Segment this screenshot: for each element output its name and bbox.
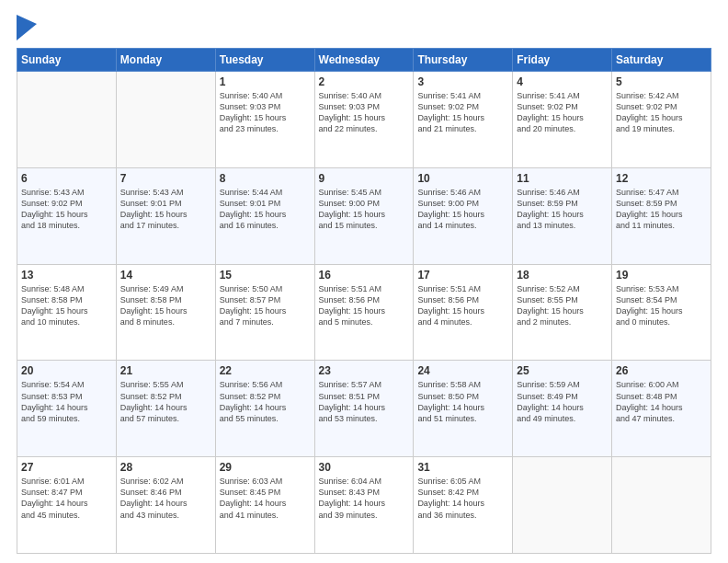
- day-info: Sunrise: 5:41 AM Sunset: 9:02 PM Dayligh…: [417, 90, 508, 135]
- weekday-header: Saturday: [612, 49, 711, 72]
- calendar-cell: 22Sunrise: 5:56 AM Sunset: 8:52 PM Dayli…: [215, 361, 314, 457]
- day-info: Sunrise: 5:56 AM Sunset: 8:52 PM Dayligh…: [220, 379, 311, 424]
- calendar-cell: 6Sunrise: 5:43 AM Sunset: 9:02 PM Daylig…: [17, 167, 117, 264]
- calendar-cell: 28Sunrise: 6:02 AM Sunset: 8:46 PM Dayli…: [116, 457, 215, 554]
- calendar-cell: 7Sunrise: 5:43 AM Sunset: 9:01 PM Daylig…: [116, 167, 215, 264]
- day-info: Sunrise: 6:05 AM Sunset: 8:42 PM Dayligh…: [417, 476, 508, 521]
- day-number: 1: [220, 75, 311, 88]
- weekday-header: Wednesday: [314, 49, 414, 72]
- calendar-cell: 20Sunrise: 5:54 AM Sunset: 8:53 PM Dayli…: [17, 361, 117, 457]
- calendar-cell: 8Sunrise: 5:44 AM Sunset: 9:01 PM Daylig…: [215, 167, 314, 264]
- day-info: Sunrise: 5:46 AM Sunset: 9:00 PM Dayligh…: [417, 187, 508, 232]
- calendar-cell: 31Sunrise: 6:05 AM Sunset: 8:42 PM Dayli…: [414, 457, 513, 554]
- calendar-week-row: 27Sunrise: 6:01 AM Sunset: 8:47 PM Dayli…: [17, 457, 711, 554]
- page: SundayMondayTuesdayWednesdayThursdayFrid…: [0, 0, 728, 563]
- day-info: Sunrise: 5:46 AM Sunset: 8:59 PM Dayligh…: [517, 187, 608, 232]
- calendar-cell: 25Sunrise: 5:59 AM Sunset: 8:49 PM Dayli…: [513, 361, 612, 457]
- day-info: Sunrise: 5:59 AM Sunset: 8:49 PM Dayligh…: [517, 379, 608, 424]
- day-number: 10: [417, 172, 508, 185]
- day-info: Sunrise: 5:51 AM Sunset: 8:56 PM Dayligh…: [417, 283, 508, 328]
- day-number: 17: [417, 269, 508, 282]
- day-number: 28: [120, 461, 211, 474]
- weekday-header: Friday: [513, 49, 612, 72]
- day-number: 14: [120, 269, 211, 282]
- day-number: 22: [220, 364, 311, 377]
- calendar-cell: [513, 457, 612, 554]
- day-info: Sunrise: 5:49 AM Sunset: 8:58 PM Dayligh…: [120, 283, 211, 328]
- calendar-cell: 13Sunrise: 5:48 AM Sunset: 8:58 PM Dayli…: [17, 264, 117, 361]
- day-info: Sunrise: 5:53 AM Sunset: 8:54 PM Dayligh…: [616, 283, 707, 328]
- day-info: Sunrise: 6:00 AM Sunset: 8:48 PM Dayligh…: [616, 379, 707, 424]
- day-number: 8: [220, 172, 311, 185]
- day-info: Sunrise: 5:50 AM Sunset: 8:57 PM Dayligh…: [220, 283, 311, 328]
- calendar-cell: 15Sunrise: 5:50 AM Sunset: 8:57 PM Dayli…: [215, 264, 314, 361]
- day-number: 27: [21, 461, 112, 474]
- day-number: 26: [616, 364, 707, 377]
- day-info: Sunrise: 5:54 AM Sunset: 8:53 PM Dayligh…: [21, 379, 112, 424]
- weekday-header: Thursday: [414, 49, 513, 72]
- day-info: Sunrise: 5:43 AM Sunset: 9:02 PM Dayligh…: [21, 187, 112, 232]
- day-info: Sunrise: 5:51 AM Sunset: 8:56 PM Dayligh…: [319, 283, 410, 328]
- day-info: Sunrise: 5:41 AM Sunset: 9:02 PM Dayligh…: [517, 90, 608, 135]
- day-info: Sunrise: 5:43 AM Sunset: 9:01 PM Dayligh…: [120, 187, 211, 232]
- weekday-header: Sunday: [17, 49, 117, 72]
- calendar-cell: [116, 72, 215, 168]
- day-number: 3: [417, 75, 508, 88]
- day-number: 11: [517, 172, 608, 185]
- day-number: 25: [517, 364, 608, 377]
- header: [17, 17, 711, 40]
- day-number: 2: [319, 75, 410, 88]
- calendar-cell: 24Sunrise: 5:58 AM Sunset: 8:50 PM Dayli…: [414, 361, 513, 457]
- calendar-table: SundayMondayTuesdayWednesdayThursdayFrid…: [17, 48, 711, 554]
- calendar-cell: 2Sunrise: 5:40 AM Sunset: 9:03 PM Daylig…: [314, 72, 414, 168]
- calendar-cell: 9Sunrise: 5:45 AM Sunset: 9:00 PM Daylig…: [314, 167, 414, 264]
- day-number: 12: [616, 172, 707, 185]
- day-info: Sunrise: 6:02 AM Sunset: 8:46 PM Dayligh…: [120, 476, 211, 521]
- calendar-week-row: 6Sunrise: 5:43 AM Sunset: 9:02 PM Daylig…: [17, 167, 711, 264]
- calendar-cell: 5Sunrise: 5:42 AM Sunset: 9:02 PM Daylig…: [612, 72, 711, 168]
- day-number: 6: [21, 172, 112, 185]
- day-number: 18: [517, 269, 608, 282]
- day-number: 30: [319, 461, 410, 474]
- calendar-cell: 4Sunrise: 5:41 AM Sunset: 9:02 PM Daylig…: [513, 72, 612, 168]
- day-number: 20: [21, 364, 112, 377]
- calendar-cell: 27Sunrise: 6:01 AM Sunset: 8:47 PM Dayli…: [17, 457, 117, 554]
- day-number: 15: [220, 269, 311, 282]
- day-info: Sunrise: 6:01 AM Sunset: 8:47 PM Dayligh…: [21, 476, 112, 521]
- day-number: 13: [21, 269, 112, 282]
- day-info: Sunrise: 5:52 AM Sunset: 8:55 PM Dayligh…: [517, 283, 608, 328]
- day-info: Sunrise: 5:55 AM Sunset: 8:52 PM Dayligh…: [120, 379, 211, 424]
- day-number: 9: [319, 172, 410, 185]
- calendar-cell: 10Sunrise: 5:46 AM Sunset: 9:00 PM Dayli…: [414, 167, 513, 264]
- calendar-week-row: 20Sunrise: 5:54 AM Sunset: 8:53 PM Dayli…: [17, 361, 711, 457]
- day-number: 23: [319, 364, 410, 377]
- calendar-cell: 3Sunrise: 5:41 AM Sunset: 9:02 PM Daylig…: [414, 72, 513, 168]
- day-info: Sunrise: 5:58 AM Sunset: 8:50 PM Dayligh…: [417, 379, 508, 424]
- calendar-cell: 16Sunrise: 5:51 AM Sunset: 8:56 PM Dayli…: [314, 264, 414, 361]
- day-info: Sunrise: 5:57 AM Sunset: 8:51 PM Dayligh…: [319, 379, 410, 424]
- calendar-cell: 17Sunrise: 5:51 AM Sunset: 8:56 PM Dayli…: [414, 264, 513, 361]
- day-info: Sunrise: 5:48 AM Sunset: 8:58 PM Dayligh…: [21, 283, 112, 328]
- day-number: 24: [417, 364, 508, 377]
- day-number: 31: [417, 461, 508, 474]
- day-info: Sunrise: 5:47 AM Sunset: 8:59 PM Dayligh…: [616, 187, 707, 232]
- day-info: Sunrise: 6:04 AM Sunset: 8:43 PM Dayligh…: [319, 476, 410, 521]
- day-number: 4: [517, 75, 608, 88]
- calendar-cell: 21Sunrise: 5:55 AM Sunset: 8:52 PM Dayli…: [116, 361, 215, 457]
- day-info: Sunrise: 5:45 AM Sunset: 9:00 PM Dayligh…: [319, 187, 410, 232]
- calendar-cell: [17, 72, 117, 168]
- day-number: 16: [319, 269, 410, 282]
- logo-icon: [17, 15, 37, 40]
- day-number: 5: [616, 75, 707, 88]
- calendar-cell: 12Sunrise: 5:47 AM Sunset: 8:59 PM Dayli…: [612, 167, 711, 264]
- day-info: Sunrise: 5:40 AM Sunset: 9:03 PM Dayligh…: [319, 90, 410, 135]
- calendar-cell: 11Sunrise: 5:46 AM Sunset: 8:59 PM Dayli…: [513, 167, 612, 264]
- day-number: 21: [120, 364, 211, 377]
- weekday-header: Tuesday: [215, 49, 314, 72]
- day-number: 19: [616, 269, 707, 282]
- day-info: Sunrise: 5:44 AM Sunset: 9:01 PM Dayligh…: [220, 187, 311, 232]
- logo: [17, 17, 39, 40]
- weekday-header: Monday: [116, 49, 215, 72]
- calendar-cell: 29Sunrise: 6:03 AM Sunset: 8:45 PM Dayli…: [215, 457, 314, 554]
- day-info: Sunrise: 5:40 AM Sunset: 9:03 PM Dayligh…: [220, 90, 311, 135]
